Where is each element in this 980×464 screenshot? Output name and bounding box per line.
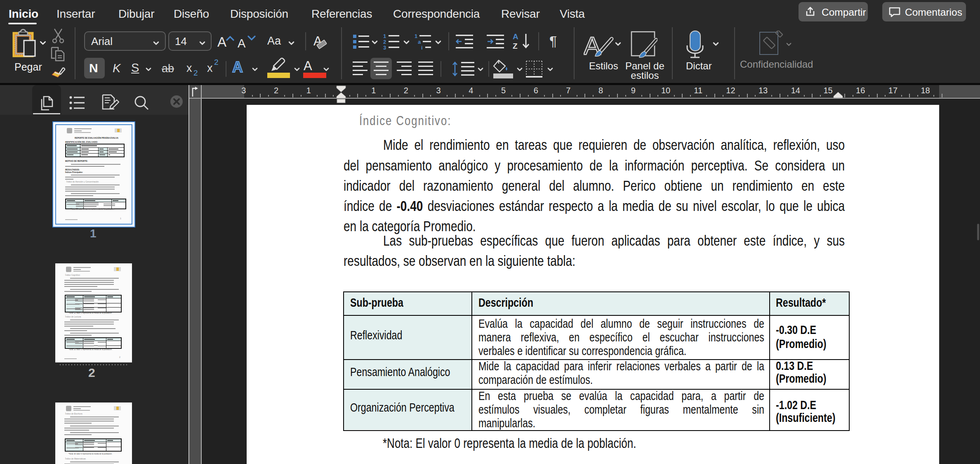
svg-text:a: a: [418, 39, 421, 45]
svg-text:i: i: [421, 45, 423, 50]
svg-text:1: 1: [415, 33, 417, 39]
svg-text:2: 2: [383, 39, 386, 45]
svg-text:3: 3: [383, 45, 386, 50]
svg-text:Z: Z: [513, 42, 518, 50]
svg-text:1: 1: [383, 33, 386, 39]
svg-text:A: A: [513, 32, 518, 41]
